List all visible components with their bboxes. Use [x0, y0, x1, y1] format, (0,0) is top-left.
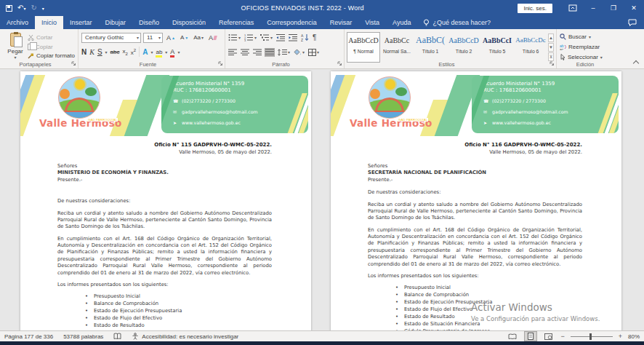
italic-button[interactable]: K: [89, 48, 94, 56]
ribbon-display-options-icon[interactable]: [563, 4, 583, 12]
font-group-label: Fuente: [79, 61, 217, 68]
subscript-button[interactable]: x2: [123, 48, 128, 56]
select-button[interactable]: Seleccionar▾: [560, 52, 618, 62]
document-area[interactable]: Valle Hermoso GAD PARROQUIAL Acuerdo Min…: [0, 70, 644, 330]
style-titulo-5[interactable]: AaBbCcI Título 5: [481, 33, 513, 62]
align-center-button[interactable]: [241, 49, 249, 56]
save-icon[interactable]: [6, 5, 12, 12]
list-intro: Los informes presentados son los siguien…: [368, 273, 582, 279]
zoom-in-button[interactable]: +: [619, 333, 622, 340]
zoom-out-button[interactable]: −: [560, 333, 564, 340]
tab-ayuda[interactable]: Ayuda: [386, 16, 417, 29]
shrink-font-button[interactable]: A▼: [179, 33, 190, 43]
undo-icon[interactable]: ↶▾: [17, 4, 25, 12]
font-name-combo[interactable]: Century Gothic▾: [81, 33, 141, 43]
format-painter-button[interactable]: Copiar formato: [28, 52, 75, 60]
redo-icon[interactable]: ↻: [31, 4, 36, 12]
find-button[interactable]: Buscar▾: [560, 31, 618, 41]
decrease-indent-button[interactable]: [276, 33, 285, 41]
styles-scroll-up-icon[interactable]: ▲: [548, 33, 554, 42]
grow-font-button[interactable]: A▲: [165, 33, 177, 43]
numbering-button[interactable]: 123▾: [244, 33, 257, 41]
tab-vista[interactable]: Vista: [358, 16, 386, 29]
text-effects-dropdown-icon[interactable]: ▾: [150, 49, 153, 55]
shading-button[interactable]: ▾: [294, 49, 305, 56]
highlight-dropdown-icon[interactable]: ▾: [165, 49, 167, 55]
highlight-button[interactable]: ab: [156, 49, 162, 55]
copy-button[interactable]: Copiar: [28, 43, 75, 51]
text-effects-button[interactable]: A: [142, 48, 148, 56]
replace-button[interactable]: abac Reemplazar: [560, 41, 618, 52]
multilevel-list-button[interactable]: ▾: [260, 33, 273, 41]
align-right-button[interactable]: [253, 49, 262, 56]
font-dialog-launcher-icon[interactable]: [218, 61, 223, 68]
font-size-combo[interactable]: 11▾: [143, 33, 163, 43]
tab-insertar[interactable]: Insertar: [63, 16, 99, 29]
document-page-1[interactable]: Valle Hermoso GAD PARROQUIAL Acuerdo Min…: [20, 71, 311, 330]
style-titulo-2[interactable]: AaBbCcD Título 2: [448, 33, 480, 62]
increase-indent-button[interactable]: [289, 33, 297, 41]
borders-button[interactable]: ▾: [308, 49, 319, 56]
clipboard-dialog-launcher-icon[interactable]: [71, 61, 76, 68]
page-indicator[interactable]: Página 177 de 336: [4, 333, 53, 340]
styles-dialog-launcher-icon[interactable]: [550, 61, 555, 68]
font-color-button[interactable]: A: [170, 49, 174, 55]
bold-button[interactable]: N: [81, 48, 86, 56]
zoom-slider[interactable]: [571, 336, 613, 337]
style-normal-sa[interactable]: AaBbCc Normal Sa...: [381, 33, 413, 62]
print-layout-button[interactable]: [525, 332, 536, 341]
line-spacing-button[interactable]: ▾: [278, 49, 290, 56]
style-preview: AaBbCcD: [448, 35, 480, 46]
close-button[interactable]: ✕: [624, 0, 644, 16]
paragraph-dialog-launcher-icon[interactable]: [337, 61, 342, 68]
tab-archivo[interactable]: Archivo: [0, 16, 35, 29]
cut-button[interactable]: Cortar: [28, 33, 75, 41]
font-color-dropdown-icon[interactable]: ▾: [177, 49, 180, 55]
clear-formatting-button[interactable]: A: [207, 33, 218, 43]
align-left-button[interactable]: [228, 49, 237, 56]
underline-dropdown-icon[interactable]: ▾: [105, 49, 108, 55]
customize-qat-icon[interactable]: ▾: [42, 6, 44, 11]
underline-button[interactable]: S: [97, 48, 102, 56]
bullets-button[interactable]: ▾: [228, 33, 241, 41]
show-paragraph-marks-button[interactable]: ¶: [313, 33, 316, 41]
restore-button[interactable]: ❐: [603, 0, 624, 16]
document-page-2[interactable]: Valle Hermoso GAD PARROQUIAL Acuerdo Min…: [331, 71, 621, 330]
cursor-arrow-icon: ➤: [483, 119, 489, 127]
tab-dibujar[interactable]: Dibujar: [99, 16, 133, 29]
minimize-button[interactable]: –: [583, 0, 603, 16]
paste-dropdown-icon[interactable]: ▾: [3, 55, 28, 60]
styles-scroll-down-icon[interactable]: ▼: [548, 43, 554, 52]
list-item: Presupuesto Inicial: [85, 293, 272, 300]
style-titulo-6[interactable]: AaBbCcDc Título 6: [515, 33, 547, 62]
tab-referencias[interactable]: Referencias: [212, 16, 260, 29]
styles-gallery-expand-icon[interactable]: ⊻: [548, 52, 554, 61]
word-count[interactable]: 53788 palabras: [63, 333, 103, 340]
tab-revisar[interactable]: Revisar: [323, 16, 359, 29]
proofing-book-icon: [113, 333, 121, 340]
paste-button[interactable]: Pegar ▾: [3, 31, 28, 60]
justify-button[interactable]: [265, 49, 274, 56]
zoom-slider-thumb[interactable]: [589, 333, 592, 340]
superscript-button[interactable]: x2: [131, 48, 136, 56]
tab-correspondencia[interactable]: Correspondencia: [260, 16, 323, 29]
collapse-ribbon-icon[interactable]: [633, 60, 639, 66]
style-titulo-1[interactable]: AaBbC( Título 1: [414, 33, 446, 62]
letter-body[interactable]: Oficio N° 115 GADPRVH-O-WMC-05-2022. Val…: [20, 142, 311, 329]
sign-in-button[interactable]: Inic. ses.: [518, 4, 552, 13]
web-layout-button[interactable]: [542, 333, 555, 341]
proofing-status[interactable]: [113, 333, 121, 340]
change-case-button[interactable]: Aa▾: [192, 33, 205, 43]
paragraph-2: En cumplimiento con el Art. 168 del Códi…: [57, 236, 272, 277]
tab-inicio[interactable]: Inicio: [35, 16, 63, 29]
read-mode-button[interactable]: [506, 333, 519, 341]
strikethrough-button[interactable]: abc: [110, 49, 120, 55]
zoom-percentage[interactable]: 80%: [628, 333, 640, 340]
tab-disposicion[interactable]: Disposición: [166, 16, 212, 29]
tell-me-box[interactable]: ¿Qué desea hacer?: [417, 16, 496, 29]
sort-button[interactable]: AZ: [301, 33, 309, 41]
style-normal[interactable]: AaBbCcD ¶ Normal: [347, 33, 379, 62]
feedback-icon[interactable]: [621, 16, 644, 29]
accessibility-status[interactable]: Accesibilidad: es necesario investigar: [132, 333, 238, 340]
tab-diseno[interactable]: Diseño: [132, 16, 166, 29]
